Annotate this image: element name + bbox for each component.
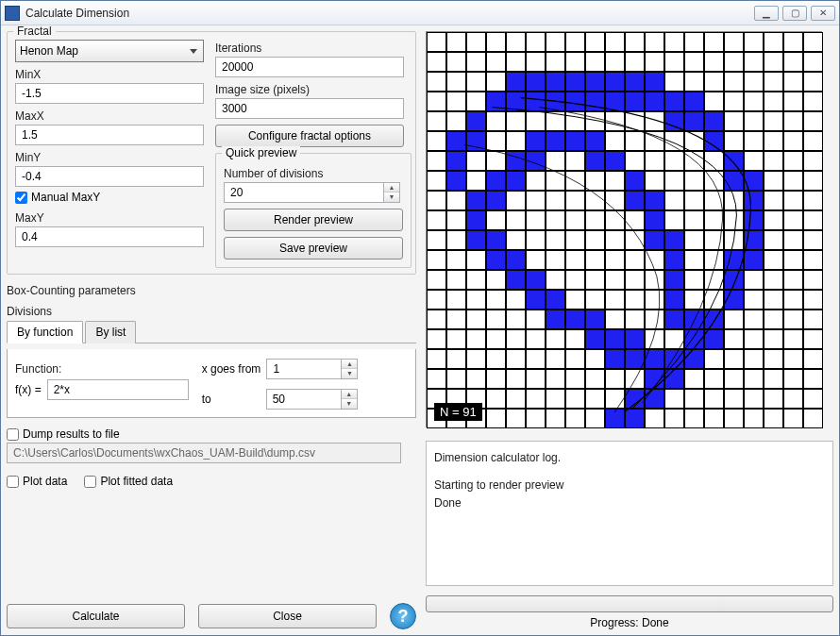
grid-cell bbox=[744, 72, 764, 92]
close-button[interactable]: Close bbox=[198, 604, 377, 628]
grid-cell bbox=[565, 310, 585, 329]
grid-cell bbox=[724, 52, 744, 72]
grid-cell bbox=[744, 131, 764, 151]
save-preview-button[interactable]: Save preview bbox=[224, 237, 403, 259]
maxy-input[interactable] bbox=[15, 226, 204, 247]
grid-cell bbox=[645, 191, 664, 210]
grid-cell bbox=[585, 111, 605, 131]
grid-cell bbox=[645, 270, 664, 290]
fractal-type-combo[interactable]: Henon Map bbox=[15, 40, 204, 62]
grid-cell bbox=[625, 230, 645, 250]
grid-cell bbox=[506, 32, 526, 52]
grid-cell bbox=[605, 230, 625, 250]
grid-cell bbox=[724, 171, 744, 191]
grid-cell bbox=[526, 131, 546, 151]
xfrom-spinner[interactable]: ▲▼ bbox=[342, 359, 358, 379]
grid-cell bbox=[783, 409, 803, 428]
maxy-label: MaxY bbox=[15, 211, 204, 225]
grid-cell bbox=[546, 111, 565, 131]
grid-cell bbox=[506, 250, 526, 270]
grid-cell bbox=[526, 92, 546, 111]
grid-cell bbox=[446, 92, 466, 111]
manual-maxy-checkbox[interactable]: Manual MaxY bbox=[15, 191, 204, 204]
fx-prefix: f(x) = bbox=[15, 383, 42, 396]
plot-data-check-input[interactable] bbox=[7, 476, 19, 488]
xto-input[interactable] bbox=[266, 389, 342, 410]
grid-cell bbox=[724, 409, 744, 428]
app-icon bbox=[5, 6, 20, 21]
grid-cell bbox=[526, 72, 546, 92]
render-preview-button[interactable]: Render preview bbox=[224, 209, 403, 231]
grid-cell bbox=[803, 32, 823, 52]
grid-cell bbox=[605, 389, 625, 409]
tab-by-list[interactable]: By list bbox=[85, 321, 136, 343]
grid-cell bbox=[625, 210, 645, 230]
miny-input[interactable] bbox=[15, 166, 204, 187]
divisions-tabs: By function By list bbox=[7, 320, 416, 343]
grid-cell bbox=[565, 409, 585, 428]
xfrom-input[interactable] bbox=[266, 359, 342, 379]
grid-cell bbox=[526, 369, 546, 389]
calculate-button[interactable]: Calculate bbox=[7, 604, 185, 628]
help-icon[interactable]: ? bbox=[390, 603, 416, 629]
grid-cell bbox=[526, 310, 546, 329]
close-window-button[interactable]: ✕ bbox=[811, 6, 835, 21]
grid-cell bbox=[664, 151, 684, 171]
dump-check-input[interactable] bbox=[7, 428, 19, 441]
grid-cell bbox=[764, 389, 783, 409]
configure-fractal-button[interactable]: Configure fractal options bbox=[215, 125, 404, 147]
iterations-input[interactable] bbox=[215, 57, 404, 77]
maxx-input[interactable] bbox=[15, 125, 204, 145]
plot-data-checkbox[interactable]: Plot data bbox=[7, 475, 67, 488]
manual-maxy-check-input[interactable] bbox=[15, 192, 27, 204]
plot-fitted-check-input[interactable] bbox=[84, 476, 96, 488]
grid-cell bbox=[526, 409, 546, 428]
grid-cell bbox=[625, 191, 645, 210]
grid-cell bbox=[565, 32, 585, 52]
grid-cell bbox=[664, 270, 684, 290]
imgsize-input[interactable] bbox=[215, 98, 404, 119]
grid-cell bbox=[506, 92, 526, 111]
grid-cell bbox=[605, 210, 625, 230]
fx-input[interactable] bbox=[47, 379, 189, 400]
grid-cell bbox=[427, 210, 446, 230]
grid-cell bbox=[565, 270, 585, 290]
grid-cell bbox=[664, 72, 684, 92]
xto-spinner[interactable]: ▲▼ bbox=[342, 389, 358, 410]
grid-cell bbox=[764, 210, 783, 230]
grid-cell bbox=[446, 310, 466, 329]
num-divisions-spinner[interactable]: ▲▼ bbox=[384, 182, 400, 203]
num-divisions-input[interactable] bbox=[224, 182, 384, 203]
grid-cell bbox=[704, 92, 724, 111]
grid-cell bbox=[446, 111, 466, 131]
minimize-button[interactable]: ▁ bbox=[754, 6, 779, 21]
grid-cell bbox=[724, 329, 744, 349]
grid-cell bbox=[585, 250, 605, 270]
grid-cell bbox=[704, 250, 724, 270]
grid-cell bbox=[684, 171, 704, 191]
minx-input[interactable] bbox=[15, 83, 204, 104]
grid-cell bbox=[704, 230, 724, 250]
grid-cell bbox=[565, 250, 585, 270]
grid-cell bbox=[605, 369, 625, 389]
grid-cell bbox=[645, 369, 664, 389]
grid-cell bbox=[466, 310, 486, 329]
maxx-label: MaxX bbox=[15, 109, 204, 123]
grid-cell bbox=[704, 409, 724, 428]
grid-cell bbox=[427, 52, 446, 72]
grid-cell bbox=[664, 349, 684, 369]
grid-cell bbox=[764, 409, 783, 428]
maximize-button[interactable]: ▢ bbox=[782, 6, 807, 21]
plot-fitted-checkbox[interactable]: Plot fitted data bbox=[84, 475, 173, 488]
grid-cell bbox=[546, 191, 565, 210]
grid-cell bbox=[645, 111, 664, 131]
grid-cell bbox=[744, 329, 764, 349]
grid-cell bbox=[803, 151, 823, 171]
tab-by-function[interactable]: By function bbox=[7, 321, 83, 343]
dump-results-checkbox[interactable]: Dump results to file bbox=[7, 427, 416, 441]
grid-cell bbox=[585, 389, 605, 409]
grid-cell bbox=[486, 32, 506, 52]
grid-cell bbox=[684, 32, 704, 52]
grid-cell bbox=[744, 389, 764, 409]
grid-cell bbox=[744, 230, 764, 250]
